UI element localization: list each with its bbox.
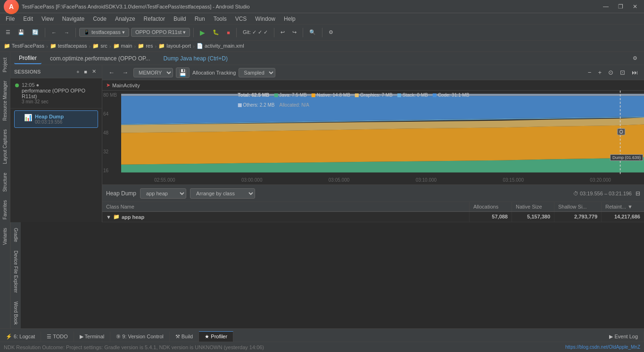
toolbar-back-btn[interactable]: ← [49, 28, 59, 37]
table-container[interactable]: Class Name Allocations Native Size Shall… [102, 202, 644, 222]
header-nativesize[interactable]: Native Size [512, 202, 554, 211]
bottom-tab-eventlog[interactable]: ▶ Event Log [603, 331, 644, 342]
profiler-settings-btn[interactable]: ⚙ [630, 54, 640, 63]
menu-window[interactable]: Window [251, 15, 279, 23]
title-bar: A TestFacePass [F:\FacePass AndroidSDKV3… [0, 0, 644, 13]
nav-back-btn[interactable]: ← [106, 68, 117, 77]
breadcrumb-main[interactable]: 📁 main [113, 43, 132, 49]
toolbar-menu-btn[interactable]: ☰ [3, 28, 13, 37]
heap-select[interactable]: app heap image heap zygote heap [140, 188, 186, 199]
bottom-tab-profiler[interactable]: ★ Profiler [199, 331, 233, 342]
bottom-tab-todo[interactable]: ☰ TODO [41, 331, 74, 342]
zoom-reset-btn[interactable]: ⊙ [606, 68, 616, 77]
toolbar-stop-btn[interactable]: ■ [224, 28, 233, 37]
sampled-dropdown[interactable]: Sampled Full [239, 68, 275, 77]
profiler-body: SESSIONS + ■ ✕ 12:05 ● performance (OPPO… [10, 65, 644, 222]
session-name: performance (OPPO OPPO R11st) [22, 88, 97, 99]
memory-dropdown[interactable]: MEMORY [133, 68, 173, 77]
menu-code[interactable]: Code [89, 15, 110, 23]
header-classname[interactable]: Class Name [102, 202, 470, 211]
menu-build[interactable]: Build [170, 15, 190, 23]
memory-toolbar-right: − + ⊙ ⊡ ⏭ [586, 68, 640, 77]
breadcrumb-module[interactable]: 📁 testfacepass [50, 43, 87, 49]
bottom-tab-terminal[interactable]: ▶ Terminal [74, 331, 110, 342]
x-label-2: 03:05.000 [329, 177, 350, 183]
toolbar-settings-btn[interactable]: ⚙ [326, 28, 336, 37]
y-label-64: 64 [103, 111, 120, 117]
toolbar-run-btn[interactable]: ▶ [197, 27, 208, 38]
right-tab-gradle[interactable]: Gradle [12, 224, 20, 246]
group-shallowsize: 2,793,779 [554, 212, 602, 222]
right-tab-device-file[interactable]: Device File Explorer [12, 247, 20, 296]
menu-view[interactable]: View [38, 15, 58, 23]
legend-graphics-dot [355, 93, 359, 97]
toolbar-avd-dropdown[interactable]: OPPO OPPO R11st ▾ [131, 28, 190, 37]
profiler-tab-dump[interactable]: Dump Java heap (Ctrl+D) [159, 53, 232, 64]
dump-heap-btn[interactable]: 💾 [176, 67, 190, 78]
header-retainedsize[interactable]: Retaint... ▼ [602, 202, 644, 211]
menu-file[interactable]: File [2, 15, 18, 23]
legend-java-dot [274, 93, 278, 97]
zoom-out-btn[interactable]: − [586, 68, 594, 77]
menu-refactor[interactable]: Refactor [140, 15, 169, 23]
profiler-tab-process[interactable]: com.optimize.performance (OPPO OP... [45, 53, 155, 64]
profiler-tab-profiler[interactable]: Profiler [14, 53, 41, 64]
sessions-close-btn[interactable]: ✕ [90, 67, 98, 75]
toolbar-redo-btn[interactable]: ↪ [289, 28, 299, 37]
sidebar-tab-layout-captures[interactable]: Layout Captures [1, 126, 9, 168]
arrange-select[interactable]: Arrange by class Arrange by package Arra… [190, 188, 255, 199]
heap-dump-icon: 📊 [24, 114, 32, 121]
toolbar-debug-btn[interactable]: 🐛 [210, 28, 222, 37]
goto-end-btn[interactable]: ⏭ [629, 68, 640, 77]
bottom-tab-logcat[interactable]: ⚡ 6: Logcat [0, 331, 41, 342]
toolbar-forward-btn[interactable]: → [61, 28, 72, 37]
heap-dump-label: Heap Dump [106, 190, 136, 197]
menu-analyze[interactable]: Analyze [111, 15, 139, 23]
filter-icon[interactable]: ⊟ [636, 190, 640, 197]
sidebar-tab-resource-manager[interactable]: Resource Manager [1, 77, 9, 125]
legend-stack: Stack: 0 MB [397, 92, 428, 98]
heap-dump-title: Heap Dump [35, 114, 93, 119]
bottom-tab-vcs[interactable]: ⑨ 9: Version Control [110, 331, 170, 342]
breadcrumb-project[interactable]: 📁 TestFacePass [4, 43, 44, 49]
minimize-button[interactable]: — [600, 2, 611, 11]
toolbar-git-btn[interactable]: Git: ✓ ✓ ✓ [240, 28, 271, 37]
sidebar-tab-project[interactable]: Project [1, 54, 9, 76]
nav-forward-btn[interactable]: → [120, 68, 131, 77]
toolbar-sep-1 [45, 28, 45, 37]
header-allocations[interactable]: Allocations [470, 202, 512, 211]
sidebar-tab-favorites[interactable]: Favorites [1, 196, 9, 223]
sidebar-tab-variants[interactable]: Variants [1, 224, 9, 249]
toolbar-undo-btn[interactable]: ↩ [278, 28, 288, 37]
heap-dump-session-item[interactable]: 📊 Heap Dump 00:03:19.556 [14, 110, 98, 128]
session-item-0[interactable]: 12:05 ● performance (OPPO OPPO R11st) 3 … [10, 78, 102, 109]
toolbar-sync-btn[interactable]: 🔄 [29, 28, 41, 37]
menu-help[interactable]: Help [280, 15, 299, 23]
breadcrumb-src[interactable]: 📁 src [92, 43, 107, 49]
breadcrumb-res[interactable]: 📁 res [138, 43, 153, 49]
breadcrumb-layout[interactable]: 📁 layout-port [158, 43, 191, 49]
status-url[interactable]: https://blog.csdn.net/OldApple_MnZ [565, 344, 640, 350]
maximize-button[interactable]: ❐ [615, 2, 626, 11]
sessions-add-btn[interactable]: + [74, 68, 81, 75]
sidebar-tab-structure[interactable]: Structure [1, 169, 9, 196]
group-row-appheap[interactable]: ▼ 📁 app heap 57,088 5,157,380 2,793,779 … [102, 212, 644, 222]
menu-tools[interactable]: Tools [210, 15, 231, 23]
menu-edit[interactable]: Edit [19, 15, 37, 23]
right-tab-wordbook[interactable]: Word Book [12, 298, 20, 328]
toolbar-sep-5 [274, 28, 274, 37]
menu-vcs[interactable]: VCS [231, 15, 251, 23]
toolbar-search-btn[interactable]: 🔍 [306, 28, 319, 37]
breadcrumb-file[interactable]: 📄 activity_main.xml [197, 43, 244, 49]
close-button[interactable]: ✕ [630, 2, 640, 11]
menu-run[interactable]: Run [191, 15, 209, 23]
bottom-tab-build[interactable]: ⚒ Build [170, 331, 199, 342]
toolbar-sep-2 [75, 28, 76, 37]
zoom-in-btn[interactable]: + [595, 68, 604, 77]
zoom-fit-btn[interactable]: ⊡ [618, 68, 627, 77]
toolbar-save-all-btn[interactable]: 💾 [15, 28, 27, 37]
header-shallowsize[interactable]: Shallow Si... [554, 202, 602, 211]
toolbar-device-dropdown[interactable]: 📱 testfacepass ▾ [79, 28, 129, 37]
sessions-stop-btn[interactable]: ■ [82, 68, 89, 75]
menu-navigate[interactable]: Navigate [58, 15, 88, 23]
